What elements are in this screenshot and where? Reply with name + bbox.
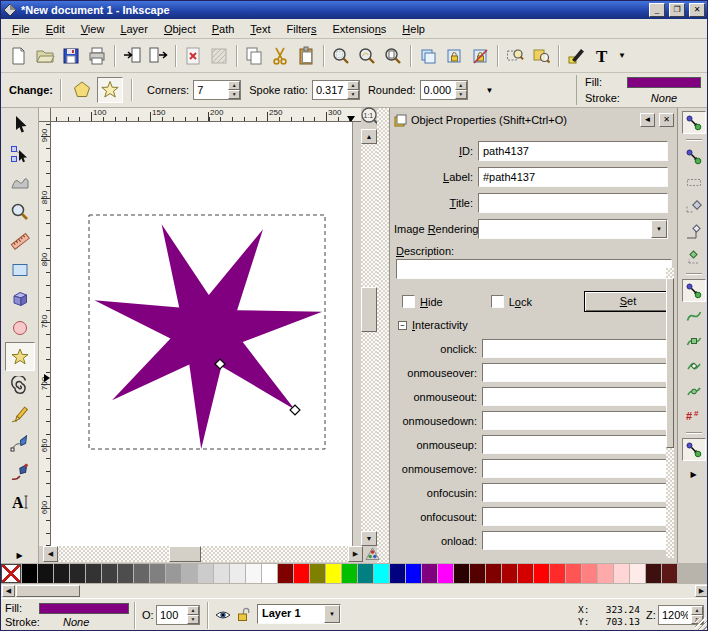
onload-input[interactable] [482, 531, 668, 550]
minimize-button[interactable]: _ [649, 3, 665, 17]
panel-scrollbar[interactable] [666, 268, 674, 558]
onmouseout-input[interactable] [482, 387, 668, 406]
spoke-ratio-spin-arrows[interactable]: ▲▼ [347, 81, 359, 99]
snap-others-button[interactable] [682, 438, 706, 461]
snap-bbox-centers-button[interactable] [682, 245, 706, 268]
palette-swatch-24[interactable] [390, 564, 405, 583]
onmousemove-input[interactable] [482, 459, 668, 478]
onfocusout-input[interactable] [482, 507, 668, 526]
zoom-tool[interactable] [5, 197, 35, 226]
palette-swatch-36[interactable] [582, 564, 597, 583]
text-tool[interactable]: A [5, 487, 35, 516]
panel-scroll-thumb[interactable] [666, 278, 674, 448]
vertical-ruler[interactable]: 900850800750700650600 [39, 122, 51, 546]
menu-item-path[interactable]: Path [204, 20, 243, 38]
palette-swatch-9[interactable] [150, 564, 165, 583]
canvas[interactable] [51, 122, 361, 546]
rectangle-tool[interactable] [5, 255, 35, 284]
menu-item-text[interactable]: Text [242, 20, 278, 38]
layer-select[interactable]: Layer 1▼ [257, 604, 341, 624]
interactivity-expander[interactable]: − [398, 321, 407, 330]
vertical-scrollbar[interactable]: ▲ ▼ [361, 129, 377, 546]
palette-swatch-17[interactable] [278, 564, 293, 583]
palette-swatch-1[interactable] [22, 564, 37, 583]
rounded-spin-arrows[interactable]: ▲▼ [455, 81, 467, 99]
palette-swatch-22[interactable] [358, 564, 373, 583]
cut-button[interactable] [267, 43, 293, 69]
menu-item-edit[interactable]: Edit [38, 20, 73, 38]
palette-swatch-33[interactable] [534, 564, 549, 583]
enable-snapping-button[interactable] [682, 111, 706, 134]
menu-item-object[interactable]: Object [156, 20, 204, 38]
opacity-input[interactable] [157, 606, 187, 624]
palette-swatch-none[interactable] [1, 564, 21, 583]
palette-swatch-20[interactable] [326, 564, 341, 583]
menu-item-layer[interactable]: Layer [112, 20, 156, 38]
palette-swatch-19[interactable] [310, 564, 325, 583]
redo-button[interactable] [206, 43, 232, 69]
star-mode-button[interactable] [97, 77, 123, 103]
palette-scroll-right[interactable]: ▶ [695, 585, 708, 597]
create-clone-button[interactable] [441, 43, 467, 69]
open-document-button[interactable] [32, 43, 58, 69]
onfocusin-input[interactable] [482, 483, 668, 502]
vertical-scroll-thumb[interactable] [361, 287, 377, 332]
snap-smooth-nodes-button[interactable] [682, 379, 706, 402]
statusbar-stroke-value[interactable]: None [63, 616, 89, 628]
snap-bbox-edges-button[interactable] [682, 170, 706, 193]
rounded-input[interactable] [421, 81, 455, 99]
print-button[interactable] [84, 43, 110, 69]
scroll-left-button[interactable]: ◀ [43, 546, 58, 562]
horizontal-ruler[interactable]: 100150200250300 [51, 108, 361, 122]
close-button[interactable]: ✕ [689, 3, 705, 17]
palette-swatch-14[interactable] [230, 564, 245, 583]
palette-swatch-41[interactable] [662, 564, 677, 583]
more-tools-button[interactable]: ▶ [5, 547, 35, 563]
menu-item-help[interactable]: Help [394, 20, 433, 38]
onmousedown-input[interactable] [482, 411, 668, 430]
layer-lock-icon[interactable] [237, 607, 250, 622]
menu-item-extensions[interactable]: Extensions [325, 20, 395, 38]
tweak-tool[interactable] [5, 168, 35, 197]
horizontal-scrollbar[interactable]: ◀ ▶ [43, 546, 363, 562]
set-button[interactable]: Set [584, 291, 672, 312]
image-rendering-select[interactable]: ▼ [478, 219, 668, 239]
palette-swatch-2[interactable] [38, 564, 53, 583]
panel-close-button[interactable]: ✕ [659, 113, 674, 127]
node-editor-tool[interactable] [5, 139, 35, 168]
snap-path-intersections-button[interactable] [682, 329, 706, 352]
title-input[interactable] [478, 193, 668, 213]
select-original-button[interactable] [502, 43, 528, 69]
palette-swatch-39[interactable] [630, 564, 645, 583]
scroll-right-button[interactable]: ▶ [348, 546, 363, 562]
snap-line-midpoints-button[interactable]: ## [682, 404, 706, 427]
description-input[interactable] [396, 259, 672, 279]
palette-swatch-5[interactable] [86, 564, 101, 583]
snap-bounding-box-button[interactable] [682, 145, 706, 168]
palette-swatch-37[interactable] [598, 564, 613, 583]
fill-and-stroke-button[interactable] [563, 43, 589, 69]
corners-input[interactable] [194, 81, 228, 99]
maximize-button[interactable]: ❐ [669, 3, 685, 17]
bezier-pen-tool[interactable] [5, 429, 35, 458]
dock-resize-grip[interactable] [377, 108, 389, 563]
zoom-to-page-button[interactable] [380, 43, 406, 69]
palette-swatch-21[interactable] [342, 564, 357, 583]
paste-button[interactable] [293, 43, 319, 69]
horizontal-scroll-thumb[interactable] [169, 546, 201, 562]
palette-scroll-thumb[interactable] [16, 585, 80, 597]
save-document-button[interactable] [58, 43, 84, 69]
calligraphy-tool[interactable] [5, 458, 35, 487]
palette-swatch-38[interactable] [614, 564, 629, 583]
palette-swatch-6[interactable] [102, 564, 117, 583]
palette-swatch-15[interactable] [246, 564, 261, 583]
selector-tool[interactable] [5, 110, 35, 139]
fill-swatch[interactable] [627, 77, 701, 88]
layer-visibility-icon[interactable] [215, 609, 231, 621]
palette-swatch-16[interactable] [262, 564, 277, 583]
new-document-button[interactable] [6, 43, 32, 69]
rounded-stepper[interactable]: ▲▼ [420, 80, 468, 100]
palette-swatch-25[interactable] [406, 564, 421, 583]
palette-swatch-26[interactable] [422, 564, 437, 583]
palette-swatch-3[interactable] [54, 564, 69, 583]
